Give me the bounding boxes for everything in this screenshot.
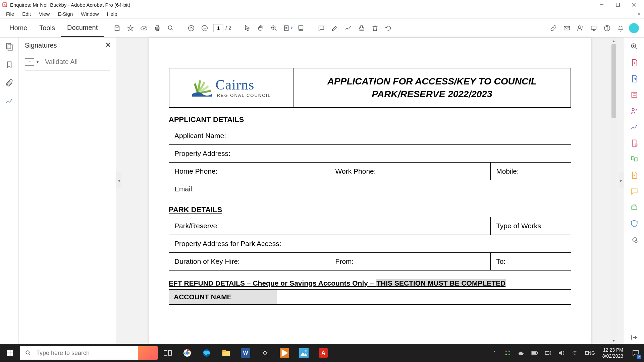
edit-pdf-icon[interactable]	[630, 139, 639, 147]
svg-rect-65	[508, 354, 510, 355]
fill-sign-icon[interactable]	[630, 123, 639, 131]
find-icon[interactable]	[164, 21, 177, 35]
more-tools-icon[interactable]	[630, 235, 639, 244]
bookmark-icon[interactable]	[5, 60, 14, 69]
highlight-pen-icon[interactable]	[328, 21, 341, 35]
delete-icon[interactable]	[368, 21, 382, 35]
tab-tools[interactable]: Tools	[33, 19, 61, 37]
taskbar-app-edge[interactable]	[197, 344, 216, 362]
field-home-phone: Home Phone:	[169, 162, 330, 180]
tray-clock[interactable]: 12:23 PM 8/02/2023	[598, 347, 627, 359]
menu-view[interactable]: View	[35, 9, 54, 18]
scroll-thumb[interactable]	[611, 44, 616, 118]
collapse-right-panel-button[interactable]: ▸	[619, 172, 624, 188]
taskbar-search-input[interactable]	[36, 350, 135, 357]
share-users-icon[interactable]	[574, 21, 587, 35]
account-avatar[interactable]	[627, 21, 641, 35]
link-share-icon[interactable]	[547, 21, 560, 35]
tray-volume-icon[interactable]	[555, 344, 568, 362]
star-icon[interactable]	[124, 21, 137, 35]
taskbar-app-photos[interactable]	[294, 344, 314, 362]
svg-rect-44	[632, 206, 637, 209]
signatures-panel-close-button[interactable]: ✕	[105, 41, 111, 49]
taskbar-search[interactable]	[20, 346, 139, 360]
window-close-button[interactable]	[626, 0, 642, 9]
organize-pages-icon[interactable]	[630, 155, 639, 164]
compress-icon[interactable]	[630, 171, 639, 180]
svg-rect-19	[299, 25, 303, 29]
start-button[interactable]	[0, 344, 20, 362]
comment-tool-icon[interactable]	[630, 187, 639, 196]
menu-esign[interactable]: E-Sign	[54, 9, 77, 18]
menu-file[interactable]: File	[2, 9, 18, 18]
window-minimize-button[interactable]	[594, 0, 610, 9]
tray-language[interactable]: ENG	[582, 344, 598, 362]
field-park-reserve: Park/Reserve:	[169, 217, 491, 235]
window-maximize-button[interactable]	[610, 0, 626, 9]
page-down-icon[interactable]	[198, 21, 211, 35]
scroll-up-button[interactable]: ▴	[610, 38, 617, 44]
task-view-icon[interactable]	[158, 344, 177, 362]
page-number-input[interactable]	[213, 24, 223, 32]
signatures-pen-icon[interactable]	[5, 97, 14, 105]
document-close-button[interactable]: ×	[637, 11, 641, 18]
logo-text-sub: REGIONAL COUNCIL	[217, 93, 271, 98]
selection-arrow-icon[interactable]	[240, 21, 254, 35]
sign-initials-icon[interactable]	[341, 21, 355, 35]
taskbar-app-video[interactable]	[275, 344, 294, 362]
cloud-upload-icon[interactable]	[137, 21, 151, 35]
tray-battery-icon[interactable]	[528, 344, 541, 362]
taskbar-app-settings[interactable]	[255, 344, 275, 362]
tray-wifi-icon[interactable]	[568, 344, 582, 362]
protect-shield-icon[interactable]	[630, 219, 639, 228]
page-up-icon[interactable]	[184, 21, 198, 35]
present-icon[interactable]	[587, 21, 600, 35]
tray-notifications-icon[interactable]: 2	[627, 344, 644, 362]
save-icon[interactable]	[110, 21, 124, 35]
vertical-scrollbar[interactable]: ▴ ▾	[610, 38, 617, 344]
document-viewer[interactable]: ◂	[116, 38, 624, 344]
page-display-icon[interactable]	[294, 21, 308, 35]
zoom-in-icon[interactable]	[267, 21, 281, 35]
tray-onedrive-icon[interactable]	[515, 344, 528, 362]
stamp-icon[interactable]	[355, 21, 368, 35]
svg-rect-29	[6, 43, 11, 49]
tray-meet-now-icon[interactable]	[541, 344, 555, 362]
create-pdf-icon[interactable]	[630, 58, 639, 67]
taskbar-app-word[interactable]: W	[236, 344, 255, 362]
notifications-bell-icon[interactable]	[614, 21, 627, 35]
rotate-icon[interactable]	[382, 21, 395, 35]
signatures-options-button[interactable]: ≡	[25, 58, 34, 66]
svg-rect-8	[156, 25, 159, 27]
hand-pan-icon[interactable]	[254, 21, 267, 35]
forms-icon[interactable]	[630, 90, 639, 99]
print-icon[interactable]	[151, 21, 164, 35]
tray-overflow-icon[interactable]: ˄	[488, 344, 501, 362]
collapse-left-panel-button[interactable]: ◂	[116, 172, 121, 188]
taskbar-app-chrome[interactable]	[177, 344, 197, 362]
menu-help[interactable]: Help	[103, 9, 121, 18]
tab-home[interactable]: Home	[3, 19, 33, 37]
thumbnails-icon[interactable]	[5, 42, 14, 51]
expand-rail-icon[interactable]	[630, 334, 639, 341]
taskbar-app-acrobat[interactable]: A	[314, 344, 333, 362]
scroll-down-button[interactable]: ▾	[610, 337, 617, 344]
tray-app-icon[interactable]	[501, 344, 515, 362]
comment-icon[interactable]	[315, 21, 328, 35]
help-icon[interactable]	[600, 21, 614, 35]
fit-page-icon[interactable]: ▾	[281, 21, 294, 35]
print-production-icon[interactable]	[630, 203, 639, 212]
svg-rect-50	[10, 353, 13, 356]
export-pdf-icon[interactable]	[630, 74, 639, 83]
menu-window[interactable]: Window	[77, 9, 103, 18]
email-icon[interactable]	[560, 21, 574, 35]
svg-rect-67	[537, 352, 538, 354]
svg-rect-49	[7, 353, 10, 356]
taskbar-app-explorer[interactable]	[216, 344, 236, 362]
search-zoom-icon[interactable]	[630, 42, 639, 51]
attachments-paperclip-icon[interactable]	[5, 78, 14, 87]
request-signatures-icon[interactable]	[630, 107, 639, 115]
validate-all-button[interactable]: Validate All	[45, 58, 77, 66]
menu-edit[interactable]: Edit	[18, 9, 35, 18]
tab-document[interactable]: Document	[61, 19, 104, 37]
